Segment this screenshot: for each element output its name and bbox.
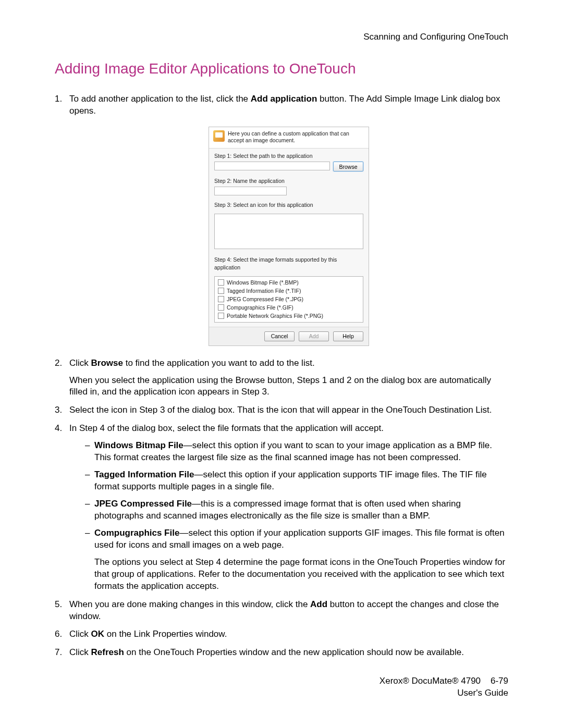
page-title: Adding Image Editor Applications to OneT… xyxy=(55,59,508,79)
text: To add another application to the list, … xyxy=(69,94,251,104)
bold-text: JPEG Compressed File xyxy=(94,499,192,509)
list-item: JPEG Compressed File—this is a compresse… xyxy=(85,498,508,522)
paragraph: Select the icon in Step 3 of the dialog … xyxy=(69,404,508,416)
instruction-list: To add another application to the list, … xyxy=(55,93,508,659)
bold-text: Tagged Information File xyxy=(94,470,194,479)
paragraph: In Step 4 of the dialog box, select the … xyxy=(69,423,508,435)
bold-text: Browse xyxy=(91,358,123,368)
icon-select-box[interactable] xyxy=(214,214,363,249)
text: to find the application you want to add … xyxy=(123,358,315,368)
bold-text: Compugraphics File xyxy=(94,528,179,538)
dialog-intro-text: Here you can define a custom application… xyxy=(228,130,364,144)
checkbox-icon[interactable] xyxy=(218,296,224,302)
app-path-input[interactable] xyxy=(214,162,330,170)
text: When you are done making changes in this… xyxy=(69,599,310,609)
list-item: Tagged Information File—select this opti… xyxy=(85,469,508,493)
bold-text: OK xyxy=(91,629,105,639)
paragraph: The options you select at Step 4 determi… xyxy=(94,557,508,593)
step-2: Click Browse to find the application you… xyxy=(55,357,508,399)
step-1: To add another application to the list, … xyxy=(55,93,508,346)
footer-product: Xerox® DocuMate® 4790 xyxy=(380,676,481,686)
footer-page-number: 6-79 xyxy=(491,676,508,686)
checkbox-icon[interactable] xyxy=(218,313,224,319)
step-label: Step 2: Name the application xyxy=(214,177,363,184)
app-name-input[interactable] xyxy=(214,187,287,195)
bold-text: Refresh xyxy=(91,647,124,657)
format-label: JPEG Compressed File (*.JPG) xyxy=(227,295,303,303)
dialog-step-4: Step 4: Select the image formats support… xyxy=(209,252,369,275)
format-label: Windows Bitmap File (*.BMP) xyxy=(227,279,299,286)
page-header-right: Scanning and Configuring OneTouch xyxy=(55,31,508,43)
step-5: When you are done making changes in this… xyxy=(55,599,508,623)
step-label: Step 4: Select the image formats support… xyxy=(214,256,363,270)
document-icon xyxy=(213,130,225,142)
help-button[interactable]: Help xyxy=(333,331,363,341)
text: on the OneTouch Properties window and th… xyxy=(124,647,464,657)
file-format-bullets: Windows Bitmap File—select this option i… xyxy=(69,440,508,592)
dialog-footer: Cancel Add Help xyxy=(209,327,369,346)
bold-text: Add xyxy=(310,599,327,609)
checkbox-icon[interactable] xyxy=(218,279,224,286)
page-container: Scanning and Configuring OneTouch Adding… xyxy=(0,0,563,696)
bold-text: Windows Bitmap File xyxy=(94,440,183,450)
step-label: Step 1: Select the path to the applicati… xyxy=(214,152,363,159)
browse-button[interactable]: Browse xyxy=(333,162,363,171)
format-row[interactable]: Compugraphics File (*.GIF) xyxy=(218,303,360,312)
format-label: Compugraphics File (*.GIF) xyxy=(227,304,293,311)
dialog-window: Here you can define a custom application… xyxy=(209,127,369,346)
format-label: Tagged Information File (*.TIF) xyxy=(227,287,301,294)
cancel-button[interactable]: Cancel xyxy=(264,331,295,341)
dialog-step-3: Step 3: Select an icon for this applicat… xyxy=(209,198,369,213)
step-6: Click OK on the Link Properties window. xyxy=(55,628,508,640)
dialog-step-2: Step 2: Name the application xyxy=(209,174,369,198)
checkbox-icon[interactable] xyxy=(218,288,224,294)
footer-guide: User's Guide xyxy=(380,687,508,699)
step-7: Click Refresh on the OneTouch Properties… xyxy=(55,647,508,659)
image-formats-box: Windows Bitmap File (*.BMP) Tagged Infor… xyxy=(214,276,363,323)
text: Click xyxy=(69,629,91,639)
format-row[interactable]: Tagged Information File (*.TIF) xyxy=(218,287,360,295)
step-4: In Step 4 of the dialog box, select the … xyxy=(55,423,508,592)
dialog-intro: Here you can define a custom application… xyxy=(209,127,369,149)
step-label: Step 3: Select an icon for this applicat… xyxy=(214,201,363,208)
format-row[interactable]: Portable Network Graphics File (*.PNG) xyxy=(218,312,360,320)
page-footer: Xerox® DocuMate® 4790 6-79 User's Guide xyxy=(380,675,508,699)
format-label: Portable Network Graphics File (*.PNG) xyxy=(227,312,323,319)
list-item: Compugraphics File—select this option if… xyxy=(85,527,508,593)
text: on the Link Properties window. xyxy=(104,629,227,639)
dialog-step-1: Step 1: Select the path to the applicati… xyxy=(209,149,369,174)
paragraph: When you select the application using th… xyxy=(69,375,508,399)
text: Click xyxy=(69,358,91,368)
list-item: Windows Bitmap File—select this option i… xyxy=(85,440,508,464)
bold-text: Add application xyxy=(251,94,317,104)
format-row[interactable]: JPEG Compressed File (*.JPG) xyxy=(218,295,360,303)
dialog-screenshot: Here you can define a custom application… xyxy=(69,127,508,346)
checkbox-icon[interactable] xyxy=(218,304,224,311)
text: Click xyxy=(69,647,91,657)
add-button[interactable]: Add xyxy=(299,331,329,341)
step-3: Select the icon in Step 3 of the dialog … xyxy=(55,404,508,416)
format-row[interactable]: Windows Bitmap File (*.BMP) xyxy=(218,278,360,287)
